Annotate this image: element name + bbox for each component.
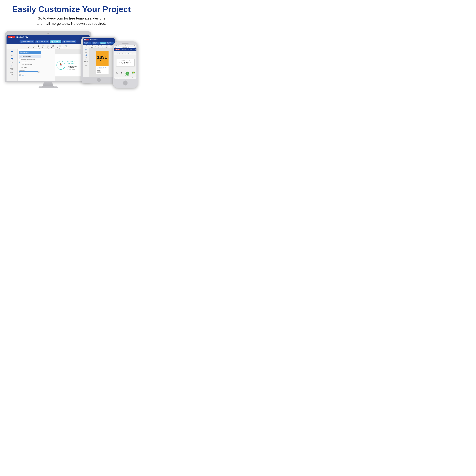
tablet-import-label: Import Data	[84, 61, 88, 62]
tablet-label-num: 1891	[97, 55, 107, 60]
tablet-redo[interactable]: ↪Redo	[88, 45, 90, 48]
main-content: 🖼 Add Image ↻ Replace Image Lock Backgro	[17, 49, 90, 81]
step-choose-product[interactable]: 1 Choose Product	[19, 40, 34, 43]
tablet-arrange-icon: ⊞	[102, 45, 102, 47]
tablet-zoom-icon: 🔍	[110, 45, 112, 47]
phone-fit[interactable]: Fit	[118, 53, 118, 54]
label-to: TO: Lynette Napie 678 Zuckerco St. Paul,…	[67, 65, 77, 70]
monitor-inner: AVERY | Design & Print 1 Choose Product …	[6, 35, 90, 81]
tab-step-1[interactable]: 1 Choose Product	[84, 42, 92, 44]
tool-background[interactable]: ⬜ Background	[57, 45, 63, 48]
sidebar-more-label: More	[11, 74, 13, 75]
tool-zoom[interactable]: 🔍 Zoom	[65, 45, 68, 48]
tablet-undo[interactable]: ↩Undo	[85, 45, 87, 48]
desktop-toolbar: ↩ Undo ↪ Redo ⧉ Copy 📋	[6, 44, 90, 49]
tablet-import-tool[interactable]: ⬇ Import Data	[84, 59, 88, 62]
tablet-more-tool[interactable]: ••• More	[85, 63, 87, 66]
phone-home-button[interactable]	[123, 81, 128, 85]
back-nav-icon[interactable]: ◁	[118, 77, 119, 79]
phone-sheet-btn[interactable]: ⊞ Sheet	[116, 71, 118, 76]
add-objects-label: Add Objects	[125, 75, 129, 76]
tab-step-2[interactable]: 2 Choose Design	[92, 42, 100, 44]
phone-add-objects-btn[interactable]: + Add Objects	[125, 71, 129, 76]
crop-image-button[interactable]: ✂ Crop Image	[19, 66, 54, 69]
sidebar-text[interactable]: T Text	[11, 51, 13, 56]
sidebar-import[interactable]: ⬇ ImportData	[11, 64, 13, 70]
sidebar-image[interactable]: 🖼 Image	[10, 58, 14, 63]
tool-redo[interactable]: ↪ Redo	[33, 45, 36, 48]
tool-undo[interactable]: ↩ Undo	[28, 45, 31, 48]
add-image-label: Add Image	[22, 51, 29, 53]
step-3-label: Customize	[54, 41, 60, 42]
see-how-label: See How	[22, 74, 26, 76]
tablet-app-header: AVERY | Design & Print	[83, 38, 115, 41]
step-choose-design[interactable]: 2 Choose Design	[35, 40, 49, 43]
tablet-copy[interactable]: ⧉Copy	[91, 45, 93, 48]
hamburger-icon[interactable]: ☰	[135, 49, 136, 50]
phone-undo[interactable]: ↩Undo	[119, 53, 121, 54]
phone-canvas: KINDLY DELIVER TO Miss Anna Eddelen 901 …	[114, 55, 136, 71]
see-how-button[interactable]: ▶ See How	[19, 74, 54, 76]
step-preview-print[interactable]: 4 Preview & Print	[62, 40, 76, 43]
tablet-image-label: Image	[85, 57, 87, 58]
tablet-image-tool[interactable]: 🖼 Image	[85, 54, 87, 58]
change-color-icon: ◆	[19, 61, 20, 63]
set-transparent-button[interactable]: ◇ Set Transparent Color	[19, 63, 54, 66]
change-color-button[interactable]: ◆ Change Color	[19, 61, 54, 63]
set-transparent-icon: ◇	[19, 64, 20, 66]
tablet-avery-logo: AVERY	[84, 39, 89, 40]
lock-aspect-checkbox[interactable]	[19, 59, 20, 60]
sidebar-more[interactable]: ••• More	[11, 71, 14, 75]
tool-paste[interactable]: 📋 Paste	[42, 45, 45, 48]
phone-full[interactable]: ⤢Full	[131, 53, 133, 54]
arrange-icon: ⊞	[52, 45, 54, 47]
page-title: Easily Customize Your Project	[12, 5, 131, 14]
home-nav-icon[interactable]: ○	[125, 77, 126, 79]
tool-arrange[interactable]: ⊞ Arrange	[51, 45, 55, 48]
phone-label-card: KINDLY DELIVER TO Miss Anna Eddelen 901 …	[116, 59, 135, 67]
tablet-background[interactable]: ⬜Background	[104, 45, 109, 48]
view-icon: ◉	[121, 71, 122, 73]
replace-image-label: Replace Image	[22, 55, 31, 57]
step-customize[interactable]: 3 Customize	[50, 40, 61, 43]
tab-step-3[interactable]: 3 Customize	[100, 42, 106, 44]
change-color-label: Change Color	[21, 61, 28, 63]
tablet-sidebar: T Text 🖼 Image ⬇ Import Data	[83, 48, 89, 77]
tablet-import-icon: ⬇	[85, 59, 87, 61]
phone-carrier: Verizon ✦	[115, 45, 119, 46]
transparency-slider[interactable]	[19, 71, 39, 72]
recents-nav-icon[interactable]: □	[132, 77, 133, 79]
phone-status-bar: Verizon ✦ 5:01 PM 54%	[114, 45, 136, 47]
redo-icon: ↪	[34, 45, 35, 47]
phone-paste2[interactable]: 📋Paste	[128, 53, 131, 54]
project-icon: 🔒	[132, 71, 135, 73]
replace-image-button[interactable]: ↻ Replace Image	[19, 55, 41, 58]
phone-copy2[interactable]: ⧉Copy	[125, 53, 127, 54]
avery-brand: | Design & Print	[17, 36, 28, 38]
tablet-zoom[interactable]: 🔍Zoom	[110, 45, 112, 48]
lock-aspect-row[interactable]: Lock Background Aspect Ratio	[19, 59, 54, 60]
tablet-bg-icon: ⬜	[106, 45, 108, 47]
tool-arrange-label: Arrange	[51, 47, 55, 48]
phone-avery-header: AVERY AVERY Design & Print Mobile ☰	[114, 48, 136, 51]
tool-copy[interactable]: ⧉ Copy	[37, 45, 40, 48]
page-subtitle: Go to Avery.com for free templates, desi…	[37, 16, 106, 26]
image-sidebar-icon: 🖼	[11, 58, 13, 61]
tablet-home-button[interactable]	[97, 78, 101, 82]
tablet-align[interactable]: ≡Align	[98, 45, 100, 48]
tablet-arrange[interactable]: ⊞Arrange	[101, 45, 104, 48]
phone-project-btn[interactable]: 🔒 Project	[132, 71, 135, 76]
tablet-paste[interactable]: 📋Paste	[94, 45, 97, 48]
phone-view-btn[interactable]: ◉ View	[121, 71, 122, 76]
tablet-screen: AVERY | Design & Print 1 Choose Product …	[83, 38, 115, 77]
phone-device: Verizon ✦ 5:01 PM 54% ◁ app.print.avery.…	[113, 41, 138, 88]
phone-back-btn[interactable]: ◁	[115, 51, 116, 52]
phone-redo[interactable]: ↪Redo	[122, 53, 124, 54]
phone-city: San Francisco, CA 94111	[118, 65, 134, 65]
tool-align[interactable]: ≡ Align	[47, 45, 49, 48]
tablet-text-tool[interactable]: T Text	[85, 49, 87, 53]
monitor-screen-outer: AVERY | Design & Print 1 Choose Product …	[5, 31, 91, 82]
add-image-button[interactable]: 🖼 Add Image	[19, 51, 41, 54]
tablet-copy-icon: ⧉	[92, 45, 93, 47]
view-label: View	[121, 73, 122, 74]
